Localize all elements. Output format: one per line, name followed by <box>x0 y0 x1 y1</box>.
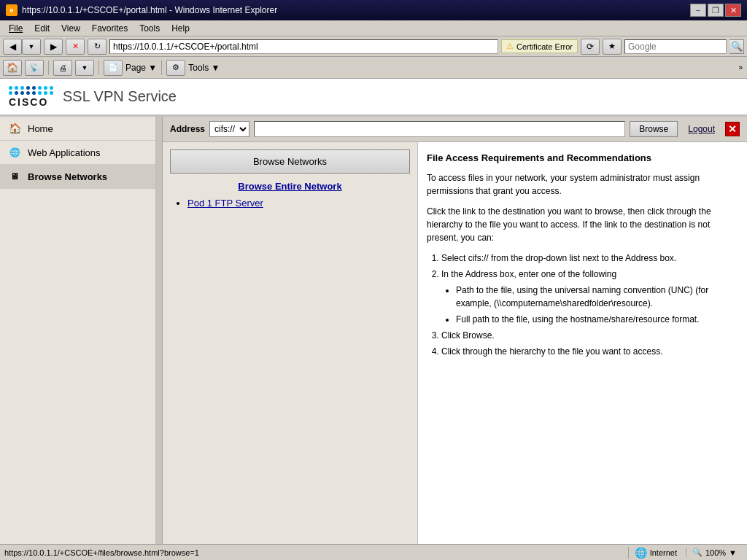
requirements-intro: To access files in your network, your sy… <box>427 171 738 198</box>
requirements-title: File Access Requirements and Recommendat… <box>427 151 738 166</box>
menu-bar: File Edit View Favorites Tools Help <box>0 20 747 36</box>
network-icon: 🖥 <box>7 169 22 184</box>
protocol-select[interactable]: cifs:// ftp:// <box>209 121 249 137</box>
logout-button[interactable]: Logout <box>682 121 721 137</box>
cisco-logo: CISCO <box>9 86 54 108</box>
url-input[interactable] <box>109 39 498 54</box>
requirements-instruction: Click the link to the destination you wa… <box>427 205 738 244</box>
toolbar-page[interactable]: 📄 <box>104 60 123 76</box>
list-item: Pod 1 FTP Server <box>187 198 410 209</box>
path-input[interactable] <box>254 121 625 137</box>
toolbar-tools-label[interactable]: Tools ▼ <box>188 63 220 73</box>
toolbar-tools[interactable]: ⚙ <box>166 60 185 76</box>
toolbar-print-dropdown[interactable]: ▼ <box>75 60 94 76</box>
step-3: Click Browse. <box>441 329 738 342</box>
step-2-sub-1: Path to the file, using the universal na… <box>456 284 738 310</box>
menu-favorites[interactable]: Favorites <box>86 22 133 35</box>
menu-help[interactable]: Help <box>166 22 196 35</box>
refresh-button[interactable]: ↻ <box>88 39 107 55</box>
browser-content: CISCO SSL VPN Service 🏠 Home 🌐 Web Appli… <box>0 79 747 544</box>
zone-label: Internet <box>650 548 677 557</box>
network-list: Pod 1 FTP Server <box>170 198 410 209</box>
menu-view[interactable]: View <box>55 22 86 35</box>
zoom-icon: 🔍 <box>692 548 703 557</box>
stop-button[interactable]: ✕ <box>66 39 85 55</box>
cert-error-text: Certificate Error <box>516 42 573 51</box>
sidebar-resize-handle[interactable] <box>157 117 163 544</box>
vpn-service-title: SSL VPN Service <box>63 88 177 105</box>
left-panel: Browse Networks Browse Entire Network Po… <box>163 142 418 544</box>
menu-tools[interactable]: Tools <box>133 22 166 35</box>
step-2-subitems: Path to the file, using the universal na… <box>441 284 738 326</box>
title-bar: e https://10.0.1.1/+CSCOE+/portal.html -… <box>0 0 747 20</box>
toolbar: 🏠 📡 🖨 ▼ 📄 Page ▼ ⚙ Tools ▼ » <box>0 57 747 79</box>
step-3-text: Click Browse. <box>441 330 495 341</box>
step-1: Select cifs:// from the drop-down list n… <box>441 252 738 265</box>
cisco-header: CISCO SSL VPN Service <box>0 79 747 117</box>
sidebar: 🏠 Home 🌐 Web Applications 🖥 Browse Netwo… <box>0 117 157 544</box>
go-button[interactable]: ⟳ <box>581 39 600 55</box>
zoom-dropdown-icon[interactable]: ▼ <box>729 548 737 557</box>
nav-buttons[interactable]: ◀ ▼ <box>3 39 41 55</box>
pod1-ftp-link[interactable]: Pod 1 FTP Server <box>187 198 263 209</box>
search-input[interactable] <box>624 39 727 54</box>
window-controls[interactable]: − ❐ ✕ <box>690 4 741 17</box>
restore-button[interactable]: ❐ <box>708 4 724 17</box>
right-panel: File Access Requirements and Recommendat… <box>418 142 747 544</box>
window-title: https://10.0.1.1/+CSCOE+/portal.html - W… <box>22 5 690 15</box>
cert-error-icon: ⚠ <box>506 42 514 51</box>
main-panels: Browse Networks Browse Entire Network Po… <box>163 142 747 544</box>
address-bar: ◀ ▼ ▶ ✕ ↻ ⚠ Certificate Error ⟳ ★ 🔍 <box>0 36 747 57</box>
status-zone: 🌐 Internet <box>628 547 683 559</box>
cert-error-tab[interactable]: ⚠ Certificate Error <box>501 39 578 53</box>
browse-entire-network-link[interactable]: Browse Entire Network <box>170 181 410 192</box>
content-area: 🏠 Home 🌐 Web Applications 🖥 Browse Netwo… <box>0 117 747 544</box>
toolbar-page-label[interactable]: Page ▼ <box>125 63 157 73</box>
status-url: https://10.0.1.1/+CSCOE+/files/browse.ht… <box>4 548 625 557</box>
browse-button[interactable]: Browse <box>630 121 678 137</box>
file-address-bar: Address cifs:// ftp:// Browse Logout ✕ <box>163 117 747 142</box>
close-button[interactable]: ✕ <box>725 4 741 17</box>
step-1-text: Select cifs:// from the drop-down list n… <box>441 253 676 263</box>
toolbar-feeds[interactable]: 📡 <box>25 60 44 76</box>
toolbar-home[interactable]: 🏠 <box>3 60 22 76</box>
step-4-text: Click through the hierarchy to the file … <box>441 346 663 357</box>
browser-icon: e <box>6 4 18 16</box>
cisco-logo-dots <box>9 86 54 95</box>
step-2-sub-2: Full path to the file, using the hostnam… <box>456 313 738 326</box>
requirements-steps: Select cifs:// from the drop-down list n… <box>427 252 738 358</box>
globe-icon: 🌐 <box>635 547 647 559</box>
toolbar-more[interactable]: » <box>737 62 744 73</box>
step-4: Click through the hierarchy to the file … <box>441 345 738 358</box>
cisco-logo-text: CISCO <box>9 96 54 108</box>
web-apps-icon: 🌐 <box>7 145 22 160</box>
home-icon: 🏠 <box>7 121 22 136</box>
browse-networks-button[interactable]: Browse Networks <box>170 149 410 174</box>
main-content-area: Address cifs:// ftp:// Browse Logout ✕ B… <box>163 117 747 544</box>
status-zoom: 🔍 100% ▼ <box>686 548 743 557</box>
sidebar-home-label: Home <box>28 123 53 134</box>
menu-file[interactable]: File <box>3 22 28 35</box>
menu-edit[interactable]: Edit <box>28 22 55 35</box>
address-label: Address <box>170 124 205 134</box>
status-bar: https://10.0.1.1/+CSCOE+/files/browse.ht… <box>0 544 747 560</box>
sidebar-item-home[interactable]: 🏠 Home <box>0 117 155 141</box>
favorites-button[interactable]: ★ <box>603 39 622 55</box>
step-2-text: In the Address box, enter one of the fol… <box>441 269 616 279</box>
forward-nav-button[interactable]: ▶ <box>44 39 63 55</box>
sidebar-browse-networks-label: Browse Networks <box>28 171 107 182</box>
close-panel-button[interactable]: ✕ <box>725 122 740 136</box>
back-button[interactable]: ◀ <box>3 39 22 55</box>
minimize-button[interactable]: − <box>690 4 706 17</box>
sidebar-web-apps-label: Web Applications <box>28 147 101 158</box>
zoom-level: 100% <box>705 548 726 557</box>
toolbar-print[interactable]: 🖨 <box>53 60 72 76</box>
sidebar-item-web-apps[interactable]: 🌐 Web Applications <box>0 141 155 165</box>
sidebar-item-browse-networks[interactable]: 🖥 Browse Networks <box>0 165 155 189</box>
forward-button[interactable]: ▼ <box>22 39 41 55</box>
step-2: In the Address box, enter one of the fol… <box>441 268 738 326</box>
search-button[interactable]: 🔍 <box>729 39 744 54</box>
